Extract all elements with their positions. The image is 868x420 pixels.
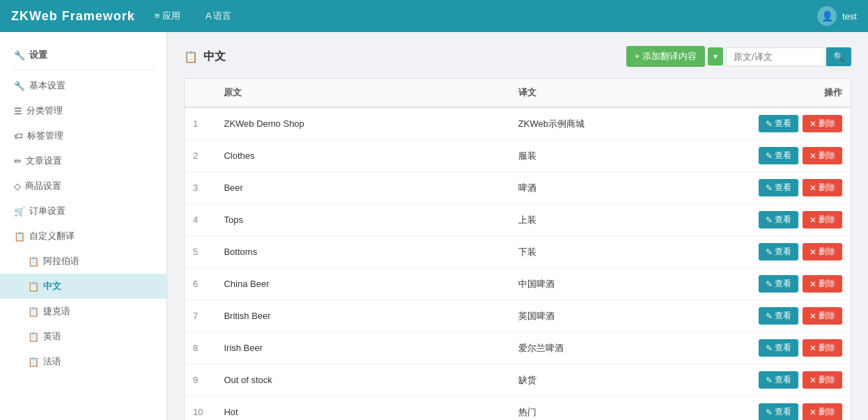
sidebar-item-basic[interactable]: 🔧 基本设置 <box>0 73 166 98</box>
delete-icon: ✕ <box>809 375 816 385</box>
sidebar-item-article[interactable]: ✏ 文章设置 <box>0 148 166 173</box>
delete-icon: ✕ <box>809 279 816 289</box>
table-row: 9 Out of stock 缺货 ✎ 查看 ✕ 删除 <box>185 364 851 396</box>
sidebar-sub-czech[interactable]: 📋 捷克语 <box>0 299 166 324</box>
row-num: 3 <box>185 172 215 204</box>
delete-icon: ✕ <box>809 343 816 353</box>
table-row: 4 Tops 上装 ✎ 查看 ✕ 删除 <box>185 204 851 236</box>
row-translation: 中国啤酒 <box>510 268 727 300</box>
row-original: Hot <box>215 396 509 421</box>
delete-button[interactable]: ✕ 删除 <box>803 275 842 293</box>
search-input[interactable] <box>726 47 823 66</box>
table-row: 10 Hot 热门 ✎ 查看 ✕ 删除 <box>185 396 851 421</box>
row-translation: 爱尔兰啤酒 <box>510 332 727 364</box>
translation-table-wrapper: 原文 译文 操作 1 ZKWeb Demo Shop ZKWeb示例商城 ✎ 查… <box>184 78 851 420</box>
page-title-area: 📋 中文 <box>184 49 226 64</box>
french-icon: 📋 <box>28 357 39 367</box>
view-button[interactable]: ✎ 查看 <box>759 179 798 196</box>
row-translation: ZKWeb示例商城 <box>510 107 727 140</box>
row-actions: ✎ 查看 ✕ 删除 <box>727 172 851 204</box>
table-row: 5 Bottoms 下装 ✎ 查看 ✕ 删除 <box>185 236 851 268</box>
delete-button[interactable]: ✕ 删除 <box>803 179 842 196</box>
nav-right: 👤 test <box>817 6 857 26</box>
col-header-original: 原文 <box>215 79 509 107</box>
row-actions: ✎ 查看 ✕ 删除 <box>727 332 851 364</box>
table-row: 6 China Beer 中国啤酒 ✎ 查看 ✕ 删除 <box>185 268 851 300</box>
add-translation-button[interactable]: + 添加翻译内容 <box>626 46 705 67</box>
sidebar-sub-french[interactable]: 📋 法语 <box>0 349 166 374</box>
edit-icon: ✎ <box>766 119 773 129</box>
sidebar-sub-arabic[interactable]: 📋 阿拉伯语 <box>0 249 166 274</box>
sidebar: 🔧 设置 🔧 基本设置 ☰ 分类管理 🏷 标签管理 ✏ 文章设置 ◇ 商品设置 … <box>0 32 167 420</box>
row-actions: ✎ 查看 ✕ 删除 <box>727 107 851 140</box>
delete-button[interactable]: ✕ 删除 <box>803 339 842 357</box>
sidebar-item-category[interactable]: ☰ 分类管理 <box>0 98 166 123</box>
table-header-row: 原文 译文 操作 <box>185 79 851 107</box>
row-original: British Beer <box>215 300 509 332</box>
row-num: 10 <box>185 396 215 421</box>
english-icon: 📋 <box>28 332 39 342</box>
dropdown-button[interactable]: ▾ <box>708 47 723 65</box>
nav-apps[interactable]: ≡ 应用 <box>149 7 186 25</box>
view-button[interactable]: ✎ 查看 <box>759 307 798 325</box>
edit-icon: ✎ <box>766 311 773 321</box>
sidebar-item-tags[interactable]: 🏷 标签管理 <box>0 123 166 148</box>
sidebar-sub-english[interactable]: 📋 英语 <box>0 324 166 349</box>
row-num: 1 <box>185 107 215 140</box>
table-row: 1 ZKWeb Demo Shop ZKWeb示例商城 ✎ 查看 ✕ 删除 <box>185 107 851 140</box>
top-navbar: ZKWeb Framework ≡ 应用 A 语言 👤 test <box>0 0 868 32</box>
delete-button[interactable]: ✕ 删除 <box>803 211 842 228</box>
tags-icon: 🏷 <box>14 131 23 141</box>
sidebar-item-custom-translation[interactable]: 📋 自定义翻译 <box>0 224 166 249</box>
row-actions: ✎ 查看 ✕ 删除 <box>727 300 851 332</box>
edit-icon: ✎ <box>766 407 773 417</box>
delete-button[interactable]: ✕ 删除 <box>803 115 842 132</box>
table-body: 1 ZKWeb Demo Shop ZKWeb示例商城 ✎ 查看 ✕ 删除 2 … <box>185 107 851 420</box>
edit-icon: ✎ <box>766 343 773 353</box>
settings-icon: 🔧 <box>14 50 25 61</box>
sidebar-item-product[interactable]: ◇ 商品设置 <box>0 173 166 199</box>
delete-button[interactable]: ✕ 删除 <box>803 371 842 389</box>
view-button[interactable]: ✎ 查看 <box>759 275 798 293</box>
row-actions: ✎ 查看 ✕ 删除 <box>727 364 851 396</box>
row-translation: 缺货 <box>510 364 727 396</box>
delete-button[interactable]: ✕ 删除 <box>803 403 842 420</box>
delete-button[interactable]: ✕ 删除 <box>803 147 842 164</box>
view-button[interactable]: ✎ 查看 <box>759 339 798 357</box>
search-icon: 🔍 <box>833 52 844 62</box>
sidebar-sub-chinese[interactable]: 📋 中文 <box>0 274 166 299</box>
row-original: Tops <box>215 204 509 236</box>
delete-icon: ✕ <box>809 311 816 321</box>
delete-icon: ✕ <box>809 183 816 193</box>
order-icon: 🛒 <box>14 206 25 217</box>
edit-icon: ✎ <box>766 151 773 161</box>
page-header: 📋 中文 + 添加翻译内容 ▾ 🔍 <box>184 46 851 67</box>
article-icon: ✏ <box>14 156 22 166</box>
row-actions: ✎ 查看 ✕ 删除 <box>727 204 851 236</box>
row-translation: 服装 <box>510 140 727 172</box>
delete-button[interactable]: ✕ 删除 <box>803 243 842 260</box>
row-original: China Beer <box>215 268 509 300</box>
delete-button[interactable]: ✕ 删除 <box>803 307 842 325</box>
row-num: 7 <box>185 300 215 332</box>
view-button[interactable]: ✎ 查看 <box>759 115 798 132</box>
product-icon: ◇ <box>14 181 21 192</box>
view-button[interactable]: ✎ 查看 <box>759 147 798 164</box>
view-button[interactable]: ✎ 查看 <box>759 243 798 260</box>
search-button[interactable]: 🔍 <box>826 47 851 66</box>
sidebar-divider <box>11 70 155 70</box>
main-content: 📋 中文 + 添加翻译内容 ▾ 🔍 原文 译文 <box>167 32 868 420</box>
arabic-icon: 📋 <box>28 256 39 267</box>
view-button[interactable]: ✎ 查看 <box>759 371 798 389</box>
row-original: ZKWeb Demo Shop <box>215 107 509 140</box>
page-title: 中文 <box>203 49 226 64</box>
view-button[interactable]: ✎ 查看 <box>759 211 798 228</box>
nav-language[interactable]: A 语言 <box>200 7 238 25</box>
sidebar-item-order[interactable]: 🛒 订单设置 <box>0 199 166 224</box>
row-translation: 啤酒 <box>510 172 727 204</box>
row-actions: ✎ 查看 ✕ 删除 <box>727 396 851 421</box>
delete-icon: ✕ <box>809 247 816 257</box>
row-translation: 英国啤酒 <box>510 300 727 332</box>
view-button[interactable]: ✎ 查看 <box>759 403 798 420</box>
table-row: 3 Beer 啤酒 ✎ 查看 ✕ 删除 <box>185 172 851 204</box>
